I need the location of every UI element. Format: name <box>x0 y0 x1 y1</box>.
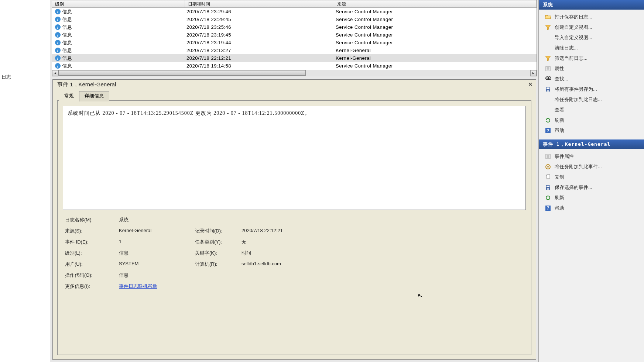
refresh-icon <box>545 195 551 201</box>
tab-general-content: 系统时间已从 ‎2020‎ - ‎07‎ - ‎18T14:13:25.2901… <box>57 100 531 355</box>
scroll-track[interactable] <box>58 70 530 76</box>
cell-date: 2020/7/18 22:12:21 <box>185 55 334 61</box>
event-fields: 日志名称(M): 系统 来源(S): Kernel-General 记录时间(D… <box>63 210 526 291</box>
cell-date: 2020/7/18 23:25:46 <box>185 24 334 30</box>
cell-level: 信息 <box>62 47 72 54</box>
label-computer: 计算机(R): <box>195 261 239 268</box>
action-item[interactable]: 保存选择的事件... <box>540 182 643 193</box>
cell-source: Service Control Manager <box>334 17 537 22</box>
cell-level: 信息 <box>62 24 72 31</box>
event-list-header[interactable]: 级别 日期和时间 来源 <box>52 0 537 8</box>
cell-source: Service Control Manager <box>334 24 537 30</box>
info-icon: i <box>55 48 61 53</box>
action-item[interactable]: 将所有事件另存为... <box>540 84 643 94</box>
table-row[interactable]: i信息2020/7/18 19:14:58Service Control Man… <box>52 62 537 70</box>
action-label: 帮助 <box>555 127 564 134</box>
funnel-new-icon <box>545 24 551 30</box>
action-item[interactable]: ?帮助 <box>540 125 643 136</box>
cell-level: 信息 <box>62 8 72 15</box>
action-label: 复制 <box>555 174 564 180</box>
save-icon <box>545 86 551 92</box>
action-item[interactable]: 将任务附加到此日志... <box>540 94 643 105</box>
event-list-body: i信息2020/7/18 23:29:46Service Control Man… <box>52 8 537 70</box>
value-computer: selldb1.selldb.com <box>242 261 524 268</box>
action-label: 打开保存的日志... <box>555 14 592 20</box>
value-eventid: 1 <box>119 239 193 245</box>
label-keywords: 关键字(K): <box>195 250 239 256</box>
value-opcode: 信息 <box>119 272 193 279</box>
cell-source: Service Control Manager <box>334 63 537 69</box>
action-item[interactable]: 事件属性 <box>540 151 643 162</box>
action-label: 帮助 <box>555 205 564 211</box>
action-label: 刷新 <box>555 117 564 124</box>
table-row[interactable]: i信息2020/7/18 22:12:21Kernel-General <box>52 54 537 62</box>
label-opcode: 操作代码(O): <box>65 272 117 279</box>
action-item[interactable]: 查看 <box>540 105 643 115</box>
tab-general[interactable]: 常规 <box>59 91 79 101</box>
action-label: 创建自定义视图... <box>555 24 592 31</box>
action-label: 导入自定义视图... <box>555 34 592 41</box>
actions-panel: 系统 打开保存的日志...创建自定义视图...导入自定义视图...清除日志...… <box>538 0 644 362</box>
table-row[interactable]: i信息2020/7/18 23:13:27Kernel-General <box>52 46 537 54</box>
action-item[interactable]: 打开保存的日志... <box>540 12 643 22</box>
scroll-right-button[interactable]: ► <box>530 70 537 76</box>
action-label: 将任务附加到此日志... <box>555 96 602 103</box>
action-item[interactable]: 创建自定义视图... <box>540 22 643 32</box>
action-item[interactable]: 属性 <box>540 63 643 74</box>
col-header-level[interactable]: 级别 <box>52 0 185 7</box>
table-row[interactable]: i信息2020/7/18 23:19:44Service Control Man… <box>52 39 537 46</box>
save-icon <box>545 185 551 190</box>
cell-date: 2020/7/18 19:14:58 <box>185 63 334 69</box>
col-header-source[interactable]: 来源 <box>334 0 537 7</box>
actions-list-event: 事件属性将任务附加到此事件...复制保存选择的事件...刷新?帮助 <box>539 149 644 216</box>
actions-header-system: 系统 <box>539 0 644 10</box>
value-keywords: 时间 <box>242 250 524 256</box>
cell-level: 信息 <box>62 16 72 23</box>
action-item[interactable]: 清除日志... <box>540 43 643 53</box>
col-header-date[interactable]: 日期和时间 <box>185 0 334 7</box>
value-user: SYSTEM <box>119 261 193 268</box>
action-item[interactable]: 查找... <box>540 74 643 84</box>
label-source: 来源(S): <box>65 228 117 234</box>
left-nav-tree[interactable]: 日志 <box>0 0 50 362</box>
scroll-thumb[interactable] <box>58 70 306 76</box>
event-description[interactable]: 系统时间已从 ‎2020‎ - ‎07‎ - ‎18T14:13:25.2901… <box>63 106 526 210</box>
label-moreinfo: 更多信息(I): <box>65 283 117 290</box>
nav-item-label: 日志 <box>1 74 11 80</box>
table-row[interactable]: i信息2020/7/18 23:25:46Service Control Man… <box>52 23 537 31</box>
help-icon: ? <box>545 128 551 134</box>
action-item[interactable]: 刷新 <box>540 193 643 203</box>
table-row[interactable]: i信息2020/7/18 23:19:45Service Control Man… <box>52 31 537 39</box>
action-item[interactable]: 筛选当前日志... <box>540 53 643 63</box>
cell-source: Kernel-General <box>334 48 537 53</box>
action-item[interactable]: 复制 <box>540 172 643 182</box>
horizontal-scrollbar[interactable]: ◄ ► <box>52 70 537 76</box>
value-level: 信息 <box>119 250 193 256</box>
tab-details[interactable]: 详细信息 <box>79 92 109 101</box>
action-item[interactable]: 将任务附加到此事件... <box>540 162 643 172</box>
value-recorded: 2020/7/18 22:12:21 <box>242 228 524 234</box>
main-content: 级别 日期和时间 来源 i信息2020/7/18 23:29:46Service… <box>50 0 538 362</box>
label-recorded: 记录时间(D): <box>195 228 239 234</box>
svg-rect-19 <box>547 188 549 190</box>
attach-icon <box>545 164 551 170</box>
action-item[interactable]: 导入自定义视图... <box>540 32 643 43</box>
value-source: Kernel-General <box>119 228 193 234</box>
cell-level: 信息 <box>62 63 72 69</box>
action-item[interactable]: ?帮助 <box>540 203 643 213</box>
close-icon[interactable]: ✕ <box>527 82 534 88</box>
cell-source: Service Control Manager <box>334 32 537 38</box>
action-item[interactable]: 刷新 <box>540 115 643 125</box>
table-row[interactable]: i信息2020/7/18 23:29:46Service Control Man… <box>52 8 537 15</box>
props-icon <box>545 66 551 72</box>
svg-rect-18 <box>547 186 549 187</box>
cell-level: 信息 <box>62 39 72 46</box>
table-row[interactable]: i信息2020/7/18 23:29:45Service Control Man… <box>52 15 537 23</box>
label-eventid: 事件 ID(E): <box>65 239 117 245</box>
action-label: 查找... <box>555 76 568 82</box>
copy-icon <box>545 174 551 180</box>
cell-level: 信息 <box>62 55 72 62</box>
link-online-help[interactable]: 事件日志联机帮助 <box>119 283 157 289</box>
cell-level: 信息 <box>62 32 72 38</box>
scroll-left-button[interactable]: ◄ <box>52 70 58 76</box>
